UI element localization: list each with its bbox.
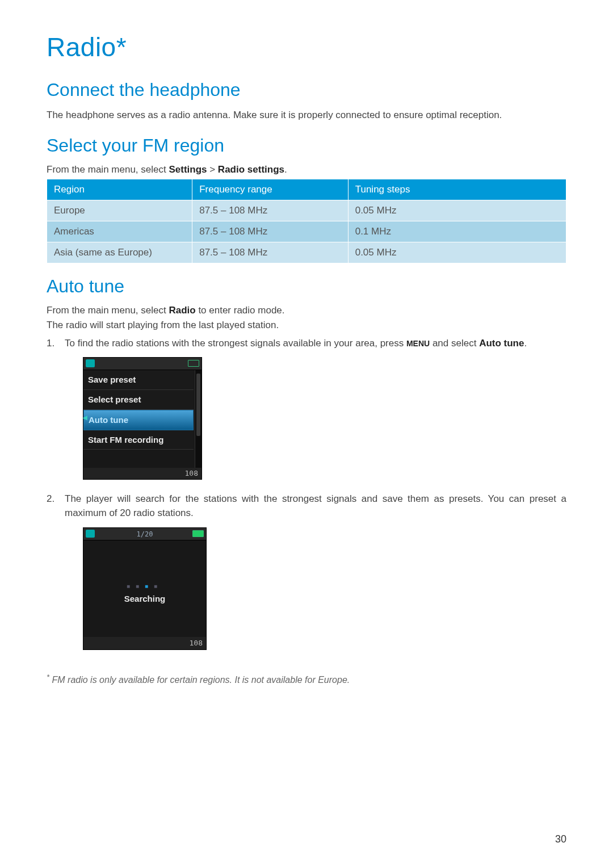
- dot-icon: ■: [154, 583, 163, 589]
- text-bold: Auto tune: [479, 338, 524, 349]
- page-title: Radio*: [47, 32, 566, 62]
- region-table: Region Frequency range Tuning steps Euro…: [47, 179, 566, 263]
- para-auto-tune-2: The radio will start playing from the la…: [47, 320, 566, 331]
- table-row: Americas 87.5 – 108 MHz 0.1 MHz: [47, 221, 566, 242]
- dot-icon: ■: [127, 583, 136, 589]
- para-select-region-intro: From the main menu, select Settings > Ra…: [47, 164, 566, 175]
- cell-region: Americas: [47, 221, 192, 242]
- th-frequency-range: Frequency range: [192, 179, 349, 200]
- cell-tuning: 0.05 MHz: [348, 242, 566, 263]
- device-titlebar: 1/20: [83, 528, 206, 540]
- step-number: 1.: [47, 337, 54, 351]
- dot-icon: ■: [136, 583, 145, 589]
- text: From the main menu, select: [47, 305, 169, 316]
- progress-dots: ■■■■: [83, 582, 206, 591]
- text-bold: Settings: [169, 164, 207, 175]
- device-screenshot-searching: 1/20 ■■■■ Searching 108: [83, 527, 207, 650]
- battery-icon: [192, 530, 204, 537]
- cell-tuning: 0.05 MHz: [348, 200, 566, 221]
- radio-icon: [86, 359, 95, 367]
- device-titlebar: [83, 358, 201, 370]
- text-menu-keyword: MENU: [406, 339, 430, 348]
- list-item: 1. To find the radio stations with the s…: [47, 337, 566, 480]
- device-menu-item: Start FM recording: [83, 430, 194, 450]
- text-bold: Radio: [169, 305, 195, 316]
- device-footer: 108: [83, 637, 206, 649]
- text: The player will search for the stations …: [65, 493, 566, 518]
- step-number: 2.: [47, 492, 54, 506]
- text: .: [524, 338, 527, 349]
- device-scrollbar: [195, 370, 201, 468]
- text: To find the radio stations with the stro…: [65, 338, 406, 349]
- text: From the main menu, select: [47, 164, 169, 175]
- device-screenshot-menu: Save preset Select preset Auto tune Star…: [83, 357, 202, 480]
- scrollbar-thumb: [196, 374, 200, 436]
- page-number: 30: [555, 833, 566, 845]
- cell-region: Asia (same as Europe): [47, 242, 192, 263]
- text-bold: Radio settings: [218, 164, 284, 175]
- text: and select: [430, 338, 479, 349]
- para-connect-headphone: The headphone serves as a radio antenna.…: [47, 108, 566, 123]
- text: to enter radio mode.: [196, 305, 285, 316]
- cell-frequency: 87.5 – 108 MHz: [192, 200, 349, 221]
- dot-icon: ■: [145, 583, 154, 589]
- heading-auto-tune: Auto tune: [47, 276, 566, 297]
- footnote: * FM radio is only available for certain…: [47, 673, 566, 685]
- cell-region: Europe: [47, 200, 192, 221]
- text: .: [284, 164, 287, 175]
- device-menu-item-selected: Auto tune: [83, 410, 194, 430]
- cell-frequency: 87.5 – 108 MHz: [192, 221, 349, 242]
- heading-connect-headphone: Connect the headphone: [47, 79, 566, 100]
- table-row: Europe 87.5 – 108 MHz 0.05 MHz: [47, 200, 566, 221]
- para-auto-tune-1: From the main menu, select Radio to ente…: [47, 305, 566, 316]
- list-item: 2. The player will search for the statio…: [47, 492, 566, 649]
- th-tuning-steps: Tuning steps: [348, 179, 566, 200]
- battery-icon: [188, 360, 199, 367]
- device-menu-list: Save preset Select preset Auto tune Star…: [83, 370, 194, 450]
- device-menu-item: Save preset: [83, 370, 194, 390]
- th-region: Region: [47, 179, 192, 200]
- device-status-label: Searching: [83, 593, 206, 605]
- cell-frequency: 87.5 – 108 MHz: [192, 242, 349, 263]
- cell-tuning: 0.1 MHz: [348, 221, 566, 242]
- footnote-text: FM radio is only available for certain r…: [52, 675, 350, 685]
- table-header-row: Region Frequency range Tuning steps: [47, 179, 566, 200]
- footnote-asterisk: *: [47, 673, 49, 681]
- device-footer: 108: [83, 468, 201, 479]
- heading-select-region: Select your FM region: [47, 135, 566, 156]
- text: >: [207, 164, 217, 175]
- device-menu-item: Select preset: [83, 390, 194, 410]
- table-row: Asia (same as Europe) 87.5 – 108 MHz 0.0…: [47, 242, 566, 263]
- auto-tune-steps: 1. To find the radio stations with the s…: [47, 337, 566, 650]
- device-preset-count: 1/20: [83, 528, 206, 540]
